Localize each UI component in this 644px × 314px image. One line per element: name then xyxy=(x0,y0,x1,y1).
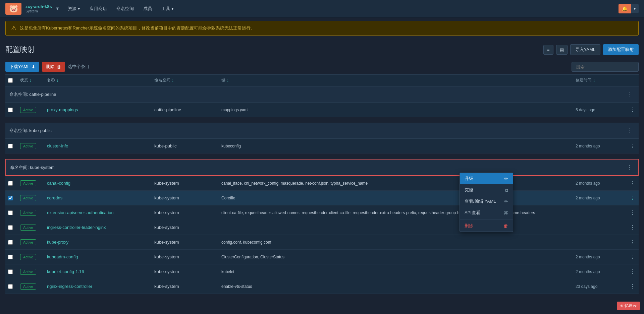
row-action-button[interactable]: ⋮ xyxy=(628,252,637,261)
th-name[interactable]: 名称 ↓ xyxy=(44,77,152,83)
ctx-edit-yaml-icon: ✏ xyxy=(504,199,508,204)
nav-item-tools[interactable]: 工具 ▾ xyxy=(157,4,178,14)
ctx-upgrade-icon: ✏ xyxy=(504,176,508,181)
ns-name-kube-public: 命名空间: kube-public xyxy=(9,128,52,134)
ctx-divider xyxy=(460,219,513,219)
row-checkbox[interactable] xyxy=(8,269,13,274)
view-card-button[interactable]: ≡ xyxy=(543,45,553,55)
th-created[interactable]: 创建时间 ↕ xyxy=(573,77,627,83)
row-action-button[interactable]: ⋮ xyxy=(628,223,637,232)
configmap-link[interactable]: kube-proxy xyxy=(47,240,68,245)
row-checkbox[interactable] xyxy=(8,108,13,112)
select-all-checkbox[interactable] xyxy=(8,78,13,83)
row-checkbox[interactable] xyxy=(8,284,13,289)
ctx-api[interactable]: API查看 ⌘ xyxy=(460,207,513,218)
view-list-button[interactable]: ▤ xyxy=(556,45,568,55)
ns-actions-kube-public[interactable]: ⋮ xyxy=(625,126,635,135)
cell-checkbox[interactable] xyxy=(5,106,17,114)
cell-checkbox[interactable] xyxy=(5,194,17,202)
cluster-selector[interactable]: zcy-arch-k8s System xyxy=(25,4,52,13)
cell-created: 5 days ago xyxy=(573,106,627,114)
row-action-button[interactable]: ⋮ xyxy=(628,105,637,114)
configmap-link[interactable]: ingress-controller-leader-nginx xyxy=(47,225,106,230)
row-action-button[interactable]: ⋮ xyxy=(628,193,637,202)
th-status[interactable]: 状态 ↕ xyxy=(17,77,44,83)
cell-checkbox[interactable] xyxy=(5,142,17,150)
cell-checkbox[interactable] xyxy=(5,179,17,188)
nav-item-resources[interactable]: 资源 ▾ xyxy=(64,4,84,14)
configmap-link[interactable]: extension-apiserver-authentication xyxy=(47,210,114,215)
configmap-link[interactable]: proxy-mappings xyxy=(47,107,78,112)
notification-dropdown[interactable]: ▾ xyxy=(631,4,639,13)
ctx-edit-yaml-label: 查看/编辑 YAML xyxy=(465,198,496,204)
cell-checkbox[interactable] xyxy=(5,208,17,217)
cell-status: Active xyxy=(17,267,44,277)
row-action-button[interactable]: ⋮ xyxy=(628,238,637,247)
nav-item-members[interactable]: 成员 xyxy=(139,4,156,14)
add-configmap-button[interactable]: 添加配置映射 xyxy=(603,44,639,55)
cell-keys: Corefile xyxy=(219,194,573,202)
cell-namespace: kube-system xyxy=(152,238,219,247)
configmap-link[interactable]: coredns xyxy=(47,195,62,200)
cluster-dropdown-icon[interactable]: ▼ xyxy=(55,6,60,11)
delete-button[interactable]: 删除 🗑 xyxy=(42,62,65,72)
page-actions: ≡ ▤ 导入YAML 添加配置映射 xyxy=(543,44,639,55)
row-checkbox[interactable] xyxy=(8,196,13,200)
cell-namespace: kube-public xyxy=(152,141,219,150)
configmap-link[interactable]: cluster-info xyxy=(47,143,68,148)
search-input[interactable] xyxy=(572,62,639,72)
cell-namespace: kube-system xyxy=(152,252,219,261)
th-keys[interactable]: 键 ↕ xyxy=(219,77,573,83)
th-checkbox[interactable] xyxy=(5,78,17,83)
cell-actions: ⋮ xyxy=(627,221,639,234)
row-action-button[interactable]: ⋮ xyxy=(628,267,637,276)
row-checkbox[interactable] xyxy=(8,210,13,215)
configmap-link[interactable]: nginx-ingress-controller xyxy=(47,284,92,289)
row-action-button[interactable]: ⋮ xyxy=(628,141,637,150)
ctx-api-label: API查看 xyxy=(465,210,480,216)
nav-item-namespace[interactable]: 命名空间 xyxy=(112,4,138,14)
cell-namespace: kube-system xyxy=(152,193,219,202)
delete-label: 删除 xyxy=(46,64,55,70)
row-checkbox[interactable] xyxy=(8,181,13,186)
row-action-button[interactable]: ⋮ xyxy=(628,282,637,291)
table-row: Active kube-proxy kube-system config.con… xyxy=(5,235,639,250)
row-checkbox[interactable] xyxy=(8,240,13,245)
cell-checkbox[interactable] xyxy=(5,267,17,276)
cell-keys xyxy=(219,226,573,230)
page-content: 配置映射 ≡ ▤ 导入YAML 添加配置映射 下载YAML ⬇ 删除 🗑 选中个… xyxy=(0,39,644,299)
cell-checkbox[interactable] xyxy=(5,282,17,291)
configmap-link[interactable]: kubeadm-config xyxy=(47,254,78,259)
row-checkbox[interactable] xyxy=(8,255,13,259)
cell-actions: ⋮ xyxy=(627,191,639,204)
ctx-delete[interactable]: 删除 🗑 xyxy=(460,220,513,232)
cell-checkbox[interactable] xyxy=(5,238,17,247)
warning-icon: ⚠ xyxy=(11,24,16,32)
cell-name: ingress-controller-leader-nginx xyxy=(44,223,152,232)
import-yaml-button[interactable]: 导入YAML xyxy=(570,44,600,55)
ctx-clone[interactable]: 克隆 ⧉ xyxy=(460,184,513,196)
row-checkbox[interactable] xyxy=(8,144,13,148)
cell-checkbox[interactable] xyxy=(5,223,17,232)
cell-status: Active xyxy=(17,208,44,218)
row-checkbox[interactable] xyxy=(8,225,13,230)
ns-actions-kube-system[interactable]: ⋮ xyxy=(625,163,634,172)
ctx-upgrade[interactable]: 升级 ✏ xyxy=(460,173,513,184)
th-namespace[interactable]: 命名空间 ↕ xyxy=(152,77,219,83)
configmap-link[interactable]: canal-config xyxy=(47,181,70,186)
ctx-edit-yaml[interactable]: 查看/编辑 YAML ✏ xyxy=(460,196,513,207)
cell-keys: mappings.yaml xyxy=(219,106,573,114)
configmap-link[interactable]: kubelet-config-1.16 xyxy=(47,269,84,274)
ns-actions-cattle-pipeline[interactable]: ⋮ xyxy=(625,90,635,99)
cell-actions: ⋮ xyxy=(627,280,639,293)
cell-actions: ⋮ xyxy=(627,206,639,219)
cell-checkbox[interactable] xyxy=(5,253,17,261)
notification-button[interactable]: 🔔 xyxy=(619,4,631,13)
cell-created: 2 months ago xyxy=(573,253,627,261)
download-yaml-button[interactable]: 下载YAML ⬇ xyxy=(5,62,39,72)
nav-item-appstore[interactable]: 应用商店 xyxy=(86,4,111,14)
row-action-button[interactable]: ⋮ xyxy=(628,179,637,188)
status-badge: Active xyxy=(20,225,36,231)
logo-icon: 🐷 xyxy=(9,4,18,13)
row-action-button[interactable]: ⋮ xyxy=(628,208,637,217)
